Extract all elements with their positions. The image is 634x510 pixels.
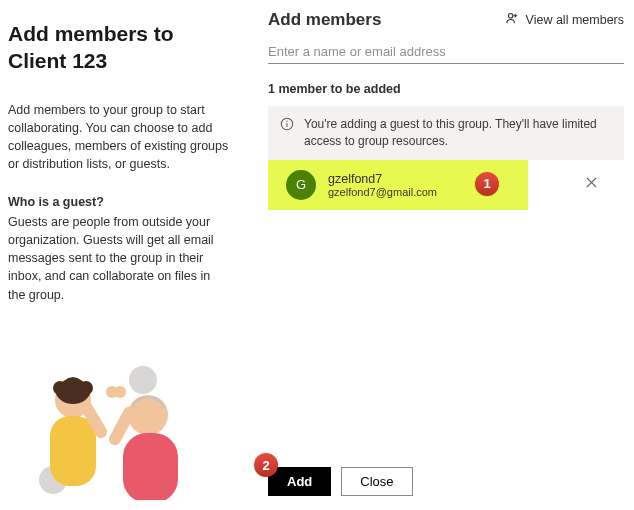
annotation-callout-2: 2 <box>254 453 278 477</box>
guest-description: Guests are people from outside your orga… <box>8 213 230 304</box>
svg-point-3 <box>53 381 67 395</box>
svg-rect-5 <box>50 416 96 486</box>
dialog-footer: 2 Add Close <box>250 457 634 510</box>
view-all-label: View all members <box>526 13 624 27</box>
pending-member-row-wrap: G gzelfond7 gzelfond7@gmail.com 1 <box>250 160 634 210</box>
guest-subheading: Who is a guest? <box>8 195 230 209</box>
annotation-callout-1: 1 <box>475 172 499 196</box>
info-text: You're adding a guest to this group. The… <box>304 116 612 150</box>
svg-point-4 <box>79 381 93 395</box>
member-email: gzelfond7@gmail.com <box>328 186 437 198</box>
add-members-panel: Add members View all members 1 member to… <box>250 0 634 510</box>
info-icon <box>280 116 294 150</box>
add-button[interactable]: Add <box>268 467 331 496</box>
panel-heading: Add members to Client 123 <box>8 20 230 75</box>
svg-point-12 <box>508 13 513 18</box>
member-search-input[interactable] <box>268 40 624 64</box>
view-all-members-link[interactable]: View all members <box>505 11 624 29</box>
info-panel: Add members to Client 123 Add members to… <box>0 0 250 510</box>
member-avatar: G <box>286 170 316 200</box>
close-button[interactable]: Close <box>341 467 412 496</box>
member-text: gzelfond7 gzelfond7@gmail.com <box>328 172 437 198</box>
people-icon <box>505 11 520 29</box>
pending-count: 1 member to be added <box>268 82 624 96</box>
svg-point-0 <box>129 366 157 394</box>
people-illustration <box>8 350 228 500</box>
search-input-wrap <box>268 40 624 64</box>
panel-header: Add members View all members <box>250 10 634 30</box>
panel-description: Add members to your group to start colla… <box>8 101 230 174</box>
remove-member-button[interactable] <box>585 176 598 192</box>
guest-info-banner: You're adding a guest to this group. The… <box>268 106 624 160</box>
svg-rect-8 <box>123 433 178 500</box>
svg-point-15 <box>286 121 287 122</box>
panel-title: Add members <box>268 10 381 30</box>
svg-point-11 <box>114 386 126 398</box>
member-name: gzelfond7 <box>328 172 437 186</box>
